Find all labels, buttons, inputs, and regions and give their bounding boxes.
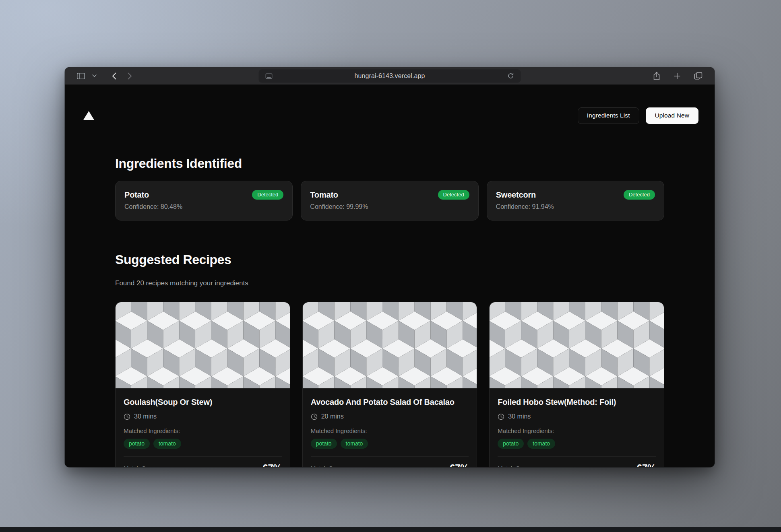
matched-ingredients-label: Matched Ingredients: [124, 427, 282, 434]
plus-icon [674, 73, 680, 79]
ingredient-tag: potato [498, 439, 524, 449]
desktop-background: hungrai-6143.vercel.app [0, 0, 781, 532]
upload-new-button[interactable]: Upload New [646, 107, 698, 124]
back-button[interactable] [110, 71, 118, 81]
ingredient-card-sweetcorn: Sweetcorn Detected Confidence: 91.94% [487, 181, 664, 221]
ingredient-card-potato: Potato Detected Confidence: 80.48% [115, 181, 293, 221]
ingredient-confidence: Confidence: 91.94% [496, 203, 655, 210]
back-chevron-icon [112, 72, 116, 80]
ingredient-tag: tomato [527, 439, 555, 449]
triangle-logo-icon [83, 111, 94, 120]
page-settings-icon [266, 73, 273, 78]
address-bar[interactable]: hungrai-6143.vercel.app [259, 69, 521, 82]
recipe-title: Avocado And Potato Salad Of Bacalao [311, 398, 469, 407]
clock-icon [124, 413, 130, 420]
sidebar-icon [77, 73, 85, 79]
recipe-time: 30 mins [508, 413, 531, 420]
reload-button[interactable] [506, 71, 516, 81]
sidebar-chevron-button[interactable] [91, 73, 98, 79]
clock-icon [498, 413, 504, 420]
recipe-card[interactable]: Avocado And Potato Salad Of Bacalao 20 m… [302, 302, 477, 467]
tabs-icon [694, 72, 702, 80]
match-score-value: 67% [637, 462, 656, 467]
detected-badge: Detected [624, 190, 655, 200]
reload-icon [508, 73, 514, 79]
tabs-overview-button[interactable] [692, 70, 704, 81]
new-tab-button[interactable] [672, 71, 682, 81]
ingredients-list-button[interactable]: Ingredients List [578, 107, 639, 124]
match-score-value: 67% [263, 462, 282, 467]
app-header: Ingredients List Upload New [65, 85, 715, 132]
recipe-card[interactable]: Foiled Hobo Stew(Method: Foil) 30 mins M… [489, 302, 664, 467]
ingredient-confidence: Confidence: 80.48% [124, 203, 283, 210]
page-settings-button[interactable] [264, 72, 274, 80]
ingredients-grid: Potato Detected Confidence: 80.48% Tomat… [115, 181, 664, 221]
recipes-section-title: Suggested Recipes [115, 252, 664, 267]
browser-toolbar: hungrai-6143.vercel.app [65, 67, 715, 85]
browser-window: hungrai-6143.vercel.app [65, 67, 715, 467]
clock-icon [311, 413, 318, 420]
match-score-label: Match Score [311, 465, 345, 468]
url-text: hungrai-6143.vercel.app [275, 72, 505, 80]
recipe-title: Goulash(Soup Or Stew) [124, 398, 282, 407]
recipe-placeholder-image [116, 302, 290, 388]
header-actions: Ingredients List Upload New [578, 107, 698, 124]
matched-ingredients-label: Matched Ingredients: [311, 427, 469, 434]
sidebar-toggle-button[interactable] [75, 71, 87, 81]
toolbar-right-group [651, 70, 704, 82]
share-button[interactable] [651, 70, 662, 82]
recipe-title: Foiled Hobo Stew(Method: Foil) [498, 398, 656, 407]
chevron-down-icon [92, 74, 97, 77]
recipe-placeholder-image [303, 302, 477, 388]
ingredient-card-tomato: Tomato Detected Confidence: 99.99% [301, 181, 478, 221]
ingredient-tag: potato [311, 439, 337, 449]
match-score-label: Match Score [124, 465, 157, 468]
ingredients-section-title: Ingredients Identified [115, 156, 664, 171]
recipe-time: 20 mins [321, 413, 344, 420]
detected-badge: Detected [252, 190, 283, 200]
matched-ingredients-label: Matched Ingredients: [498, 427, 656, 434]
main-content: Ingredients Identified Potato Detected C… [65, 156, 715, 467]
recipe-time: 30 mins [134, 413, 157, 420]
ingredient-tag: tomato [341, 439, 368, 449]
screen-bottom-edge [0, 527, 781, 532]
ingredient-name: Tomato [310, 190, 338, 200]
ingredient-confidence: Confidence: 99.99% [310, 203, 469, 210]
recipes-subtitle: Found 20 recipes matching your ingredien… [115, 279, 664, 287]
ingredient-name: Potato [124, 190, 149, 200]
app-logo[interactable] [83, 111, 94, 120]
forward-chevron-icon [128, 72, 132, 80]
app-page: Ingredients List Upload New Ingredients … [65, 85, 715, 467]
ingredient-tag: potato [124, 439, 150, 449]
recipe-card[interactable]: Goulash(Soup Or Stew) 30 mins Matched In… [115, 302, 290, 467]
recipes-grid: Goulash(Soup Or Stew) 30 mins Matched In… [115, 302, 664, 467]
ingredient-tag: tomato [153, 439, 181, 449]
match-score-label: Match Score [498, 465, 531, 468]
recipe-placeholder-image [490, 302, 664, 388]
ingredient-name: Sweetcorn [496, 190, 536, 200]
forward-button[interactable] [126, 71, 134, 81]
match-score-value: 67% [450, 462, 469, 467]
detected-badge: Detected [438, 190, 469, 200]
share-icon [653, 72, 660, 80]
